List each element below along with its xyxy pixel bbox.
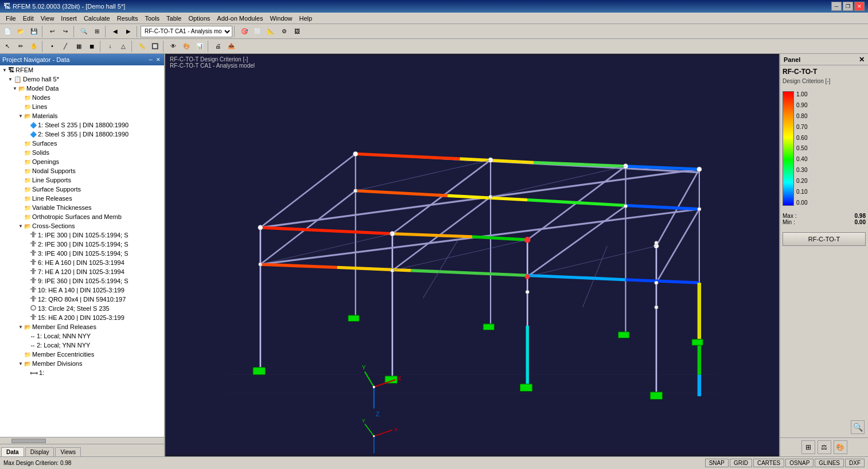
print-btn[interactable]: 🖨 xyxy=(212,40,224,53)
view3d-btn[interactable]: 🎯 xyxy=(238,25,251,38)
tree-item[interactable]: ▼📂Materials xyxy=(0,111,164,120)
export-btn[interactable]: 📤 xyxy=(225,40,238,53)
new-btn[interactable]: 📄 xyxy=(1,25,14,38)
zoom-panel-btn[interactable]: 🔍 xyxy=(851,420,865,434)
tree-item[interactable]: ↔1: Local; NNN NYY xyxy=(0,331,164,341)
tree-item[interactable]: 📁Line Releases xyxy=(0,194,164,203)
panel-color-icon[interactable]: 🎨 xyxy=(834,440,847,454)
tree-item[interactable]: 12: QRO 80x4 | DIN 59410:197 xyxy=(0,295,164,304)
zoom-btn[interactable]: 🔍 xyxy=(77,25,90,38)
select-btn[interactable]: ↖ xyxy=(1,40,14,53)
move-btn[interactable]: ✋ xyxy=(28,40,40,53)
menu-item-window[interactable]: Window xyxy=(266,14,295,23)
tree-item[interactable]: 10: HE A 140 | DIN 1025-3:199 xyxy=(0,286,164,295)
line-btn[interactable]: ╱ xyxy=(59,40,72,53)
nav-close-btn[interactable]: ✕ xyxy=(155,57,162,62)
tree-item[interactable]: ⟺1: xyxy=(0,368,164,377)
module-button[interactable]: RF-C-TO-T xyxy=(783,232,866,246)
snap-btn-dxf[interactable]: DXF xyxy=(845,459,865,467)
menu-item-table[interactable]: Table xyxy=(163,14,185,23)
tree-item[interactable]: 📁Line Supports xyxy=(0,175,164,185)
measure-btn[interactable]: 📏 xyxy=(135,40,148,53)
tree-item[interactable]: 📁Nodal Supports xyxy=(0,166,164,175)
undo-btn[interactable]: ↩ xyxy=(46,25,59,38)
draw-btn[interactable]: ✏ xyxy=(14,40,27,53)
tree-item[interactable]: 🔷2: Steel S 355 | DIN 18800:1990 xyxy=(0,130,164,139)
tree-item[interactable]: 6: HE A 160 | DIN 1025-3:1994 xyxy=(0,258,164,267)
tree-item[interactable]: 📁Variable Thicknesses xyxy=(0,203,164,212)
tree-item[interactable]: ▼📂Cross-Sections xyxy=(0,221,164,230)
toolbar-1: 📄 📂 💾 ↩ ↪ 🔍 ⊞ ◀ ▶ RF-C-TO-T CA1 - Analys… xyxy=(0,24,868,39)
tree-item[interactable]: 📁Surface Supports xyxy=(0,185,164,194)
snap-btn-glines[interactable]: GLINES xyxy=(815,459,844,467)
surf-btn[interactable]: ▦ xyxy=(72,40,85,53)
menu-item-add-on-modules[interactable]: Add-on Modules xyxy=(213,14,266,23)
zoom-all-btn[interactable]: ⊞ xyxy=(91,25,103,38)
tree-item[interactable]: 📁Surfaces xyxy=(0,139,164,148)
tree-item[interactable]: 📁Member Eccentricities xyxy=(0,350,164,359)
close-button[interactable]: ✕ xyxy=(854,2,865,11)
tree-item[interactable]: 📁Nodes xyxy=(0,93,164,102)
model-selector[interactable]: RF-C-TO-T CA1 - Analysis model xyxy=(141,26,232,37)
support-btn[interactable]: △ xyxy=(117,40,130,53)
menu-item-file[interactable]: File xyxy=(2,14,20,23)
redo-btn[interactable]: ↪ xyxy=(59,25,72,38)
load-btn[interactable]: ↓ xyxy=(104,40,116,53)
menu-item-view[interactable]: View xyxy=(37,14,58,23)
panel-close-btn[interactable]: ✕ xyxy=(859,56,865,64)
tree-item[interactable]: 2: IPE 300 | DIN 1025-5:1994; S xyxy=(0,240,164,249)
tab-display[interactable]: Display xyxy=(25,447,55,456)
menu-item-tools[interactable]: Tools xyxy=(141,14,163,23)
view-btn2[interactable]: ⬜ xyxy=(251,25,264,38)
nav-prev-btn[interactable]: ◀ xyxy=(109,25,122,38)
settings-btn[interactable]: ⚙ xyxy=(278,25,290,38)
tree-item[interactable]: 15: HE A 200 | DIN 1025-3:199 xyxy=(0,313,164,322)
render-btn[interactable]: 🖼 xyxy=(291,25,303,38)
tree-project[interactable]: ▼📋Demo hall 5* xyxy=(0,75,164,84)
tree-item[interactable]: 📁Openings xyxy=(0,157,164,166)
tree-item[interactable]: 7: HE A 120 | DIN 1025-3:1994 xyxy=(0,267,164,276)
3d-viewport[interactable]: RF-C-TO-T Design Criterion [-] RF-C-TO-T… xyxy=(165,54,779,456)
legend-btn[interactable]: 📊 xyxy=(193,40,206,53)
snap-btn[interactable]: 🔲 xyxy=(149,40,161,53)
tree-item[interactable]: 13: Circle 24; Steel S 235 xyxy=(0,304,164,313)
nav-minimize-btn[interactable]: ─ xyxy=(148,57,154,62)
menu-item-edit[interactable]: Edit xyxy=(20,14,37,23)
tree-item[interactable]: 9: IPE 360 | DIN 1025-5:1994; S xyxy=(0,276,164,286)
tree-item[interactable]: 1: IPE 300 | DIN 1025-5:1994; S xyxy=(0,230,164,240)
tree-item[interactable]: 🔷1: Steel S 235 | DIN 18800:1990 xyxy=(0,120,164,130)
menu-item-results[interactable]: Results xyxy=(114,14,142,23)
minimize-button[interactable]: ─ xyxy=(831,2,842,11)
open-btn[interactable]: 📂 xyxy=(14,25,27,38)
tree-item[interactable]: 📁Orthotropic Surfaces and Memb xyxy=(0,212,164,221)
snap-btn-osnap[interactable]: OSNAP xyxy=(785,459,813,467)
snap-btn-cartes[interactable]: CARTES xyxy=(753,459,784,467)
tree-item[interactable]: ▼📂Member Divisions xyxy=(0,359,164,368)
tab-data[interactable]: Data xyxy=(1,447,24,456)
menu-item-help[interactable]: Help xyxy=(296,14,316,23)
menu-item-options[interactable]: Options xyxy=(185,14,213,23)
node-btn[interactable]: • xyxy=(46,40,59,53)
tree-node-icon: 📁 xyxy=(24,186,31,193)
tab-views[interactable]: Views xyxy=(55,447,81,456)
tree-item[interactable]: 📁Solids xyxy=(0,148,164,157)
tree-item[interactable]: ▼📂Model Data xyxy=(0,84,164,93)
color-btn[interactable]: 🎨 xyxy=(180,40,193,53)
restore-button[interactable]: ❐ xyxy=(843,2,853,11)
view-btn3[interactable]: 📐 xyxy=(264,25,277,38)
solid-btn[interactable]: ◼ xyxy=(85,40,98,53)
panel-scale-icon[interactable]: ⚖ xyxy=(818,440,831,454)
tree-root[interactable]: ▼🏗RFEM xyxy=(0,65,164,75)
tree-item[interactable]: ↔2: Local; YNN NYY xyxy=(0,341,164,350)
tree-item[interactable]: 📁Lines xyxy=(0,102,164,111)
tree-item[interactable]: ▼📂Member End Releases xyxy=(0,322,164,331)
snap-btn-grid[interactable]: GRID xyxy=(730,459,752,467)
snap-btn-snap[interactable]: SNAP xyxy=(705,459,729,467)
display-btn[interactable]: 👁 xyxy=(167,40,180,53)
nav-next-btn[interactable]: ▶ xyxy=(122,25,135,38)
save-btn[interactable]: 💾 xyxy=(28,25,40,38)
menu-item-insert[interactable]: Insert xyxy=(57,14,80,23)
panel-table-icon[interactable]: ⊞ xyxy=(801,440,815,454)
tree-item[interactable]: 3: IPE 400 | DIN 1025-5:1994; S xyxy=(0,249,164,258)
menu-item-calculate[interactable]: Calculate xyxy=(80,14,114,23)
